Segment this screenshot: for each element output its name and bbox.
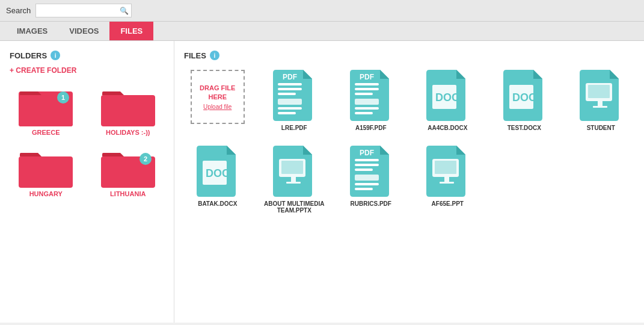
upload-zone[interactable]: DRAG FILEHERE Upload file <box>184 70 251 131</box>
files-info-badge: i <box>210 51 219 60</box>
tab-videos[interactable]: VIDEOS <box>58 22 109 40</box>
file-icon-a159f-pdf: PDF <box>350 70 392 121</box>
svg-rect-43 <box>444 177 449 182</box>
sidebar: FOLDERS i + CREATE FOLDER 1 <box>0 41 174 323</box>
svg-text:2: 2 <box>144 155 147 162</box>
files-header: FILES i <box>184 51 634 60</box>
file-label-aa4cb-docx: AA4CB.DOCX <box>428 125 467 131</box>
files-grid: DRAG FILEHERE Upload file PDF LRE.P <box>184 70 634 214</box>
upload-link[interactable]: Upload file <box>203 104 232 110</box>
file-icon-lre-pdf: PDF <box>273 70 315 121</box>
svg-rect-26 <box>598 101 603 106</box>
file-item-test-docx[interactable]: DOC TEST.DOCX <box>491 70 558 131</box>
folder-item-greece[interactable]: 1 GREECE <box>10 84 82 136</box>
folder-label-hungary: HUNGARY <box>29 190 63 197</box>
file-label-rubrics-pdf: RUBRICS.PDF <box>351 200 391 207</box>
folder-icon-hungary <box>19 146 73 188</box>
folders-header: FOLDERS i <box>10 51 164 60</box>
file-label-test-docx: TEST.DOCX <box>508 125 541 131</box>
tab-files[interactable]: FILES <box>109 22 153 40</box>
svg-rect-16 <box>355 99 379 105</box>
file-item-a159f-pdf[interactable]: PDF A159F.PDF <box>337 70 405 131</box>
svg-rect-38 <box>355 183 379 185</box>
svg-rect-9 <box>278 99 302 105</box>
file-icon-test-docx: DOC <box>503 70 545 121</box>
svg-rect-37 <box>355 175 379 181</box>
svg-rect-14 <box>355 88 379 90</box>
upload-drop-area[interactable]: DRAG FILEHERE Upload file <box>191 70 245 124</box>
folder-icon-holidays <box>101 84 155 126</box>
file-label-batak-docx: BATAK.DOCX <box>198 200 237 207</box>
drag-text: DRAG FILEHERE <box>200 84 235 101</box>
files-title: FILES <box>184 51 206 60</box>
file-label-lre-pdf: LRE.PDF <box>281 125 307 131</box>
svg-rect-33 <box>286 182 301 184</box>
main-content: FOLDERS i + CREATE FOLDER 1 <box>0 41 644 323</box>
file-item-student[interactable]: STUDENT <box>568 70 635 131</box>
folder-item-holidays[interactable]: HOLIDAYS :-)) <box>92 84 165 136</box>
svg-rect-36 <box>355 169 373 171</box>
file-icon-rubrics-pdf: PDF <box>350 146 392 197</box>
svg-rect-44 <box>440 182 454 184</box>
folder-item-hungary[interactable]: HUNGARY <box>10 146 82 197</box>
folders-grid: 1 GREECE HOLIDAYS :-)) <box>10 84 164 197</box>
svg-text:DOC: DOC <box>206 167 230 179</box>
folders-title: FOLDERS <box>10 51 47 60</box>
folder-icon-greece: 1 <box>19 84 73 126</box>
search-wrapper: 🔍 <box>35 4 132 17</box>
file-icon-af65e-ppt <box>426 146 468 197</box>
file-item-aa4cb-docx[interactable]: DOC AA4CB.DOCX <box>414 70 482 131</box>
svg-rect-8 <box>278 93 296 95</box>
svg-rect-15 <box>355 93 373 95</box>
folder-icon-lithuania: 2 <box>101 146 155 188</box>
svg-rect-13 <box>355 83 379 85</box>
svg-text:1: 1 <box>61 94 65 101</box>
file-icon-aa4cb-docx: DOC <box>426 70 468 121</box>
svg-text:PDF: PDF <box>360 149 374 157</box>
svg-rect-35 <box>355 164 379 166</box>
svg-rect-39 <box>355 188 373 190</box>
file-label-about-pptx: ABOUT MULTIMEDIA TEAM.PPTX <box>261 200 328 214</box>
search-label: Search <box>6 6 31 15</box>
svg-rect-31 <box>281 161 303 174</box>
svg-text:PDF: PDF <box>283 73 297 81</box>
top-bar: Search 🔍 <box>0 0 644 22</box>
file-icon-about-pptx <box>273 146 315 197</box>
file-label-a159f-pdf: A159F.PDF <box>355 125 387 131</box>
folders-info-badge: i <box>51 51 60 60</box>
svg-rect-7 <box>278 88 302 90</box>
svg-rect-17 <box>355 107 379 110</box>
svg-rect-18 <box>355 112 373 114</box>
file-item-about-pptx[interactable]: ABOUT MULTIMEDIA TEAM.PPTX <box>261 146 328 214</box>
file-item-rubrics-pdf[interactable]: PDF RUBRICS.PDF <box>337 146 405 214</box>
file-item-lre-pdf[interactable]: PDF LRE.PDF <box>261 70 328 131</box>
svg-rect-25 <box>588 85 610 98</box>
file-item-batak-docx[interactable]: DOC BATAK.DOCX <box>184 146 251 214</box>
svg-rect-6 <box>278 83 302 85</box>
svg-rect-32 <box>291 177 296 182</box>
svg-text:DOC: DOC <box>512 91 536 104</box>
svg-text:DOC: DOC <box>435 91 459 104</box>
folder-item-lithuania[interactable]: 2 LITHUANIA <box>92 146 165 197</box>
svg-rect-42 <box>435 161 456 174</box>
tab-images[interactable]: IMAGES <box>6 22 58 40</box>
file-label-af65e-ppt: AF65E.PPT <box>432 200 464 207</box>
svg-rect-27 <box>593 106 607 108</box>
files-panel: FILES i DRAG FILEHERE Upload file <box>174 41 644 323</box>
file-item-af65e-ppt[interactable]: AF65E.PPT <box>414 146 482 214</box>
folder-label-greece: GREECE <box>32 129 60 136</box>
svg-rect-10 <box>278 107 302 110</box>
svg-text:PDF: PDF <box>360 73 374 81</box>
file-icon-student <box>580 70 622 121</box>
search-input[interactable] <box>35 4 132 17</box>
create-folder-button[interactable]: + CREATE FOLDER <box>10 66 164 75</box>
folder-label-lithuania: LITHUANIA <box>110 190 146 197</box>
tabs-bar: IMAGES VIDEOS FILES <box>0 22 644 41</box>
svg-rect-11 <box>278 112 296 114</box>
svg-rect-34 <box>355 159 379 161</box>
folder-label-holidays: HOLIDAYS :-)) <box>106 129 150 136</box>
file-icon-batak-docx: DOC <box>197 146 239 197</box>
file-label-student: STUDENT <box>587 125 615 131</box>
